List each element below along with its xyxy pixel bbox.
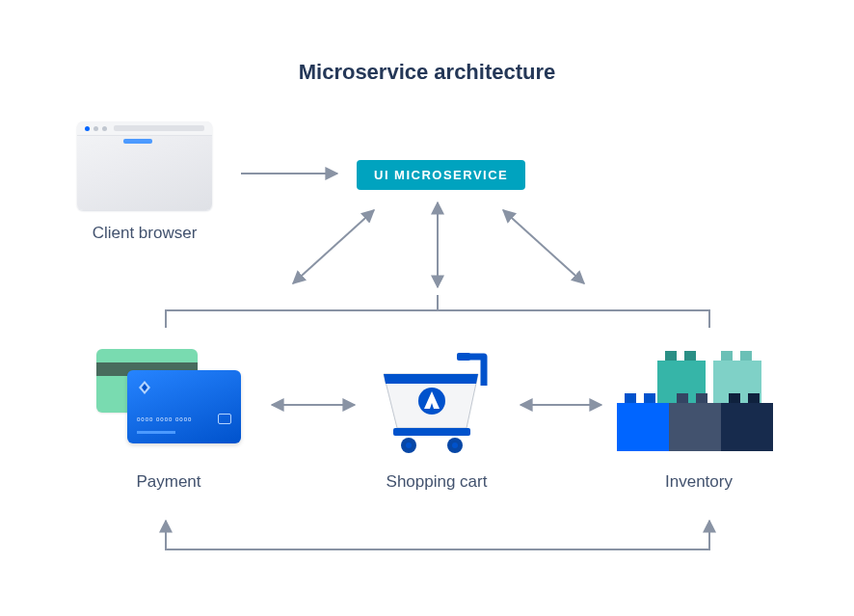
svg-rect-9 <box>721 351 733 361</box>
svg-rect-21 <box>721 403 773 451</box>
client-browser-label: Client browser <box>77 224 212 243</box>
svg-rect-2 <box>393 428 470 436</box>
edge-ui-to-payment <box>293 210 374 283</box>
inventory-icon <box>617 351 787 457</box>
payment-label: Payment <box>96 472 241 492</box>
connectors <box>0 0 854 616</box>
svg-point-4 <box>406 442 412 448</box>
bracket <box>166 295 709 328</box>
svg-rect-18 <box>748 393 760 403</box>
edge-ui-to-inventory <box>503 210 584 283</box>
svg-rect-10 <box>740 351 752 361</box>
client-browser-icon <box>77 121 212 210</box>
svg-rect-17 <box>729 393 740 403</box>
svg-rect-0 <box>457 353 470 361</box>
svg-rect-15 <box>677 393 688 403</box>
svg-rect-13 <box>625 393 636 403</box>
ui-microservice-node: UI MICROSERVICE <box>357 160 525 190</box>
svg-point-6 <box>452 442 458 448</box>
edge-payment-to-inventory <box>166 521 709 549</box>
svg-rect-19 <box>617 403 669 451</box>
svg-rect-14 <box>644 393 655 403</box>
inventory-label: Inventory <box>627 472 771 492</box>
shopping-cart-icon <box>374 345 499 459</box>
payment-icon: 0000 0000 0000 <box>96 349 241 451</box>
svg-rect-8 <box>684 351 696 361</box>
diagram-title: Microservice architecture <box>0 60 854 85</box>
svg-rect-20 <box>669 403 721 451</box>
svg-rect-7 <box>665 351 677 361</box>
svg-rect-16 <box>696 393 707 403</box>
shopping-cart-label: Shopping cart <box>364 472 509 492</box>
